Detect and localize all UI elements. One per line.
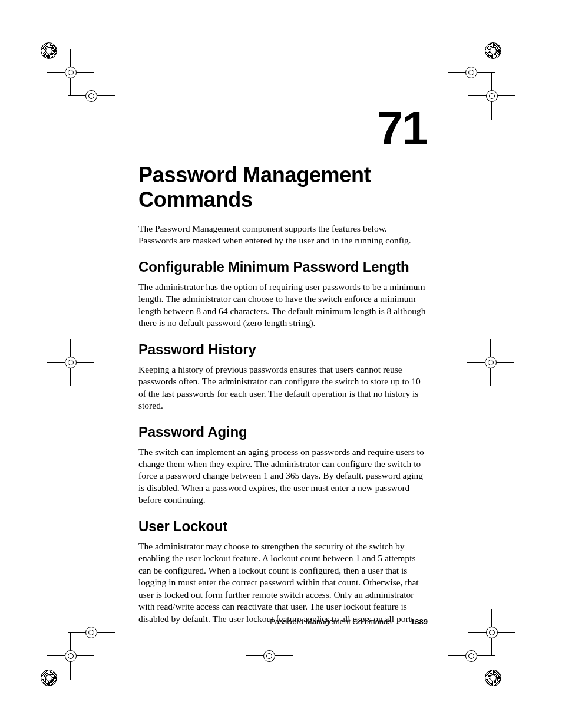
registration-mark-icon	[445, 630, 498, 683]
section-body: The administrator may choose to strength…	[138, 541, 427, 625]
section-body: The administrator has the option of requ…	[138, 281, 427, 330]
registration-mark-icon	[44, 336, 97, 389]
chapter-intro: The Password Management component suppor…	[138, 223, 427, 247]
registration-mark-icon	[65, 606, 118, 659]
registration-mark-icon	[464, 336, 517, 389]
section-heading: Password History	[138, 341, 427, 358]
registration-mark-icon	[243, 630, 296, 683]
registration-mark-icon	[445, 46, 498, 99]
page: 71 Password Management Commands The Pass…	[0, 0, 562, 728]
footer-page-number: 1389	[411, 617, 428, 626]
registration-mark-icon	[44, 46, 97, 99]
section-body: Keeping a history of previous passwords …	[138, 364, 427, 412]
section-heading: Password Aging	[138, 424, 427, 440]
registration-mark-icon	[465, 606, 518, 659]
section-body: The switch can implement an aging proces…	[138, 446, 427, 506]
footer-separator-icon	[401, 618, 401, 625]
section-heading: Configurable Minimum Password Length	[138, 259, 427, 275]
registration-mark-icon	[44, 630, 97, 683]
chapter-number: 71	[138, 105, 427, 152]
page-footer: Password Management Commands 1389	[270, 617, 428, 626]
registration-mark-icon	[65, 70, 118, 123]
content-area: 71 Password Management Commands The Pass…	[138, 105, 427, 625]
chapter-title: Password Management Commands	[138, 163, 427, 212]
section-heading: User Lockout	[138, 518, 427, 535]
footer-section-label: Password Management Commands	[270, 617, 392, 626]
registration-mark-icon	[465, 70, 518, 123]
